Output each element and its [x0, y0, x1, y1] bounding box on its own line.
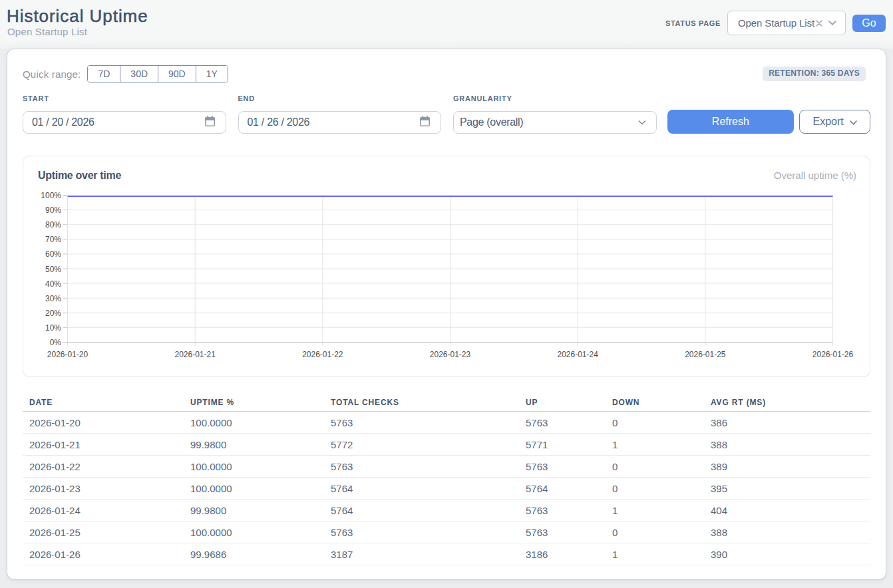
svg-text:40%: 40% [45, 279, 61, 289]
svg-text:2026-01-23: 2026-01-23 [430, 350, 471, 359]
svg-text:2026-01-24: 2026-01-24 [557, 350, 598, 359]
svg-text:0%: 0% [50, 338, 62, 347]
svg-text:70%: 70% [45, 235, 61, 244]
svg-text:2026-01-25: 2026-01-25 [685, 350, 726, 359]
svg-text:2026-01-21: 2026-01-21 [174, 350, 216, 359]
svg-text:90%: 90% [45, 206, 61, 215]
svg-text:80%: 80% [45, 220, 61, 229]
svg-text:100%: 100% [41, 191, 61, 200]
svg-text:2026-01-22: 2026-01-22 [302, 350, 343, 359]
svg-text:2026-01-26: 2026-01-26 [812, 350, 854, 359]
svg-text:60%: 60% [45, 249, 61, 259]
svg-text:10%: 10% [45, 323, 61, 333]
svg-text:50%: 50% [45, 265, 61, 274]
svg-text:2026-01-20: 2026-01-20 [47, 350, 89, 359]
svg-text:20%: 20% [45, 309, 61, 318]
svg-text:30%: 30% [45, 294, 61, 303]
